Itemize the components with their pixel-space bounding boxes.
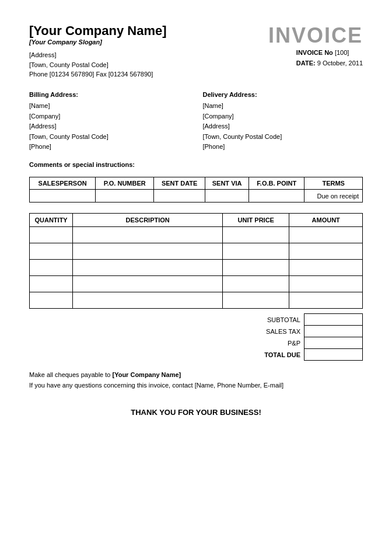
salesperson-value: [30, 190, 96, 203]
delivery-address: Delivery Address: [Name] [Company] [Addr…: [202, 90, 363, 153]
desc-cell: [73, 227, 223, 243]
company-address: [Address] [Town, County Postal Code] Pho…: [29, 50, 268, 79]
items-table: QUANTITY DESCRIPTION UNIT PRICE AMOUNT: [29, 213, 363, 309]
billing-address: Billing Address: [Name] [Company] [Addre…: [29, 90, 190, 153]
invoice-meta: INVOICE No [100] DATE: 9 October, 2011: [296, 48, 363, 68]
po-number-value: [96, 190, 154, 203]
table-row: [30, 243, 363, 260]
address-line2: [Town, County Postal Code]: [29, 60, 268, 70]
sales-tax-label: SALES TAX: [164, 326, 304, 337]
unit-price-cell: [223, 292, 289, 309]
desc-cell: [73, 260, 223, 276]
table-row: [30, 276, 363, 292]
billing-town: [Town, County Postal Code]: [29, 132, 190, 142]
header-right: INVOICE INVOICE No [100] DATE: 9 October…: [268, 23, 363, 68]
footer-notes: Make all cheques payable to [Your Compan…: [29, 370, 363, 390]
fob-point-value: [249, 190, 304, 203]
date-value: 9 October, 2011: [317, 60, 363, 67]
addresses-section: Billing Address: [Name] [Company] [Addre…: [29, 90, 363, 153]
header-left: [Your Company Name] [Your Company Slogan…: [29, 23, 268, 79]
amount-cell: [289, 260, 363, 276]
qty-cell: [30, 292, 73, 309]
invoice-title: INVOICE: [268, 23, 363, 48]
subtotal-label: SUBTOTAL: [164, 314, 304, 326]
cheques-text-prefix: Make all cheques payable to: [29, 371, 112, 378]
subtotal-value: [304, 314, 363, 326]
total-due-label: TOTAL DUE: [164, 349, 304, 361]
totals-table: SUBTOTAL SALES TAX P&P TOTAL DUE: [164, 313, 363, 361]
billing-address-line: [Address]: [29, 121, 190, 132]
cheques-line: Make all cheques payable to [Your Compan…: [29, 370, 363, 381]
description-header: DESCRIPTION: [73, 214, 223, 227]
total-due-value: [304, 349, 363, 361]
desc-cell: [73, 276, 223, 292]
billing-company: [Company]: [29, 111, 190, 122]
salesperson-header: SALESPERSON: [30, 177, 96, 190]
delivery-name: [Name]: [202, 101, 363, 111]
delivery-town: [Town, County Postal Code]: [202, 132, 363, 142]
company-name: [Your Company Name]: [29, 23, 268, 39]
comments-label: Comments or special instructions:: [29, 161, 135, 168]
billing-name: [Name]: [29, 101, 190, 111]
unit-price-cell: [223, 243, 289, 260]
delivery-phone: [Phone]: [202, 142, 363, 152]
comments-section: Comments or special instructions:: [29, 160, 363, 169]
amount-cell: [289, 292, 363, 309]
qty-cell: [30, 227, 73, 243]
billing-phone: [Phone]: [29, 142, 190, 152]
amount-cell: [289, 276, 363, 292]
invoice-no-value: [100]: [335, 49, 349, 56]
invoice-no-label: INVOICE No: [296, 49, 333, 56]
qty-cell: [30, 260, 73, 276]
amount-cell: [289, 243, 363, 260]
unit-price-cell: [223, 260, 289, 276]
date-label: DATE:: [296, 60, 316, 67]
amount-cell: [289, 227, 363, 243]
sent-date-header: SENT DATE: [154, 177, 205, 190]
header: [Your Company Name] [Your Company Slogan…: [29, 23, 363, 79]
invoice-date: DATE: 9 October, 2011: [296, 58, 363, 69]
unit-price-cell: [223, 227, 289, 243]
billing-address-title: Billing Address:: [29, 90, 190, 100]
amount-header: AMOUNT: [289, 214, 363, 227]
qty-header: QUANTITY: [30, 214, 73, 227]
table-row: [30, 292, 363, 309]
sales-tax-row: SALES TAX: [164, 326, 363, 337]
desc-cell: [73, 243, 223, 260]
company-slogan: [Your Company Slogan]: [29, 39, 268, 46]
invoice-page: [Your Company Name] [Your Company Slogan…: [0, 0, 392, 555]
totals-section: SUBTOTAL SALES TAX P&P TOTAL DUE: [29, 313, 363, 361]
cheques-bold: [Your Company Name]: [112, 371, 181, 378]
pnp-label: P&P: [164, 337, 304, 349]
questions-line: If you have any questions concerning thi…: [29, 381, 363, 391]
sent-date-value: [154, 190, 205, 203]
unit-price-header: UNIT PRICE: [223, 214, 289, 227]
sent-via-value: [205, 190, 249, 203]
qty-cell: [30, 276, 73, 292]
address-line3: Phone [01234 567890] Fax [01234 567890]: [29, 69, 268, 79]
pnp-row: P&P: [164, 337, 363, 349]
terms-header: TERMS: [304, 177, 363, 190]
delivery-address-line: [Address]: [202, 121, 363, 132]
terms-value: Due on receipt: [304, 190, 363, 203]
thank-you: THANK YOU FOR YOUR BUSINESS!: [29, 408, 363, 417]
total-due-row: TOTAL DUE: [164, 349, 363, 361]
fob-point-header: F.O.B. POINT: [249, 177, 304, 190]
po-number-header: P.O. NUMBER: [96, 177, 154, 190]
desc-cell: [73, 292, 223, 309]
subtotal-row: SUBTOTAL: [164, 314, 363, 326]
salesperson-table: SALESPERSON P.O. NUMBER SENT DATE SENT V…: [29, 177, 363, 203]
table-row: [30, 260, 363, 276]
unit-price-cell: [223, 276, 289, 292]
sent-via-header: SENT VIA: [205, 177, 249, 190]
delivery-address-title: Delivery Address:: [202, 90, 363, 100]
qty-cell: [30, 243, 73, 260]
delivery-company: [Company]: [202, 111, 363, 122]
address-line1: [Address]: [29, 50, 268, 60]
pnp-value: [304, 337, 363, 349]
invoice-number: INVOICE No [100]: [296, 48, 363, 58]
table-row: [30, 227, 363, 243]
sales-tax-value: [304, 326, 363, 337]
